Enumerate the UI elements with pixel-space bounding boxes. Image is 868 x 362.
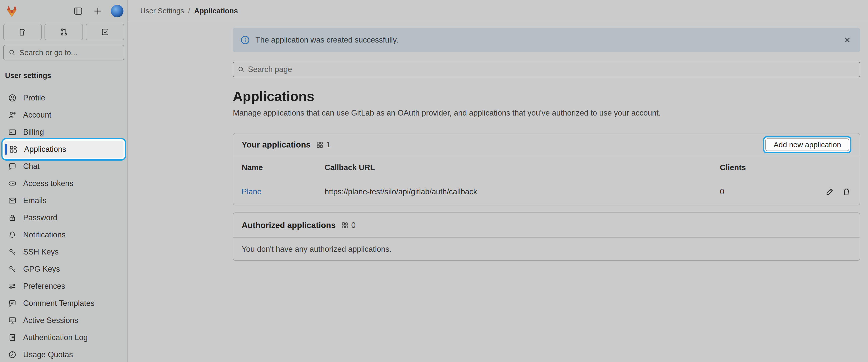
application-row: Plane https://plane-test/silo/api/gitlab… (234, 179, 860, 205)
close-icon[interactable] (842, 35, 852, 45)
applications-grid-icon (9, 145, 18, 154)
authorized-applications-count: 0 (351, 221, 355, 230)
bell-icon (8, 230, 17, 239)
merge-request-icon[interactable] (44, 24, 83, 40)
content: The application was created successfully… (128, 28, 868, 261)
sidebar-item-access-tokens[interactable]: Access tokens (0, 175, 127, 192)
main-area: User Settings / Applications The applica… (128, 0, 868, 362)
information-circle-icon (240, 35, 250, 45)
sidebar-item-billing[interactable]: Billing (0, 123, 127, 141)
search-icon (237, 66, 245, 73)
column-header-name: Name (242, 163, 324, 172)
application-callback-url: https://plane-test/silo/api/gitlab/auth/… (324, 187, 720, 196)
authorized-applications-card: Authorized applications 0 You don't have… (233, 213, 860, 261)
log-list-icon (8, 333, 17, 342)
row-actions (804, 187, 851, 197)
trash-icon[interactable] (841, 187, 851, 197)
sidebar-item-password[interactable]: Password (0, 209, 127, 226)
authorized-applications-header: Authorized applications 0 (234, 213, 860, 238)
sidebar-shortcuts (0, 22, 127, 40)
issues-icon[interactable] (3, 24, 42, 40)
page-search-input[interactable] (248, 65, 856, 74)
page-title: Applications (233, 88, 860, 105)
sidebar-item-ssh-keys[interactable]: SSH Keys (0, 244, 127, 260)
sidebar-item-comment-templates[interactable]: Comment Templates (0, 295, 127, 312)
sidebar-item-usage-quotas[interactable]: Usage Quotas (0, 346, 127, 362)
your-applications-header: Your applications 1 Add new application (234, 133, 860, 156)
authorized-applications-empty: You don't have any authorized applicatio… (234, 238, 860, 260)
sidebar-item-notifications[interactable]: Notifications (0, 226, 127, 244)
authorized-applications-title: Authorized applications (242, 221, 336, 230)
gitlab-logo-icon[interactable] (4, 4, 19, 18)
sidebar-item-gpg-keys[interactable]: GPG Keys (0, 260, 127, 278)
todo-icon[interactable] (86, 24, 124, 40)
lock-icon (8, 214, 17, 222)
global-search[interactable] (3, 45, 124, 60)
sidebar-item-profile[interactable]: Profile (0, 89, 127, 107)
alert-message: The application was created successfully… (255, 35, 837, 45)
account-icon (8, 111, 17, 119)
success-alert: The application was created successfully… (233, 28, 860, 52)
application-name-link[interactable]: Plane (242, 187, 324, 196)
comment-lines-icon (8, 299, 17, 308)
breadcrumb-user-settings[interactable]: User Settings (140, 7, 184, 15)
applications-grid-icon (316, 141, 323, 148)
sliders-icon (8, 282, 17, 290)
your-applications-card: Your applications 1 Add new application … (233, 133, 860, 205)
sidebar-topbar (0, 0, 127, 22)
your-applications-title: Your applications (242, 140, 311, 149)
column-header-clients: Clients (720, 163, 804, 172)
search-icon (8, 49, 16, 56)
sidebar-nav: Profile Account Billing (0, 89, 127, 362)
plus-icon[interactable] (91, 4, 104, 18)
key-icon (8, 265, 17, 273)
token-pill-icon (8, 179, 17, 188)
active-indicator (5, 144, 7, 155)
sidebar-item-chat[interactable]: Chat (0, 158, 127, 175)
envelope-icon (8, 196, 17, 205)
super-sidebar: User settings Profile Account (0, 0, 128, 362)
global-search-input[interactable] (19, 48, 119, 57)
sidebar-toggle-icon[interactable] (72, 4, 85, 18)
pencil-icon[interactable] (825, 187, 835, 197)
gauge-icon (8, 351, 17, 359)
applications-table-header: Name Callback URL Clients (234, 156, 860, 179)
sidebar-item-authentication-log[interactable]: Authentication Log (0, 329, 127, 346)
chat-bubble-icon (8, 162, 17, 171)
breadcrumb-current: Applications (194, 7, 238, 15)
sidebar-item-account[interactable]: Account (0, 107, 127, 123)
sidebar-item-applications[interactable]: Applications (4, 141, 123, 158)
sidebar-section-title: User settings (5, 72, 127, 80)
breadcrumb: User Settings / Applications (128, 0, 868, 22)
breadcrumb-separator: / (188, 7, 190, 15)
focus-ring: Add new application (763, 136, 851, 153)
key-icon (8, 248, 17, 256)
application-clients-count: 0 (720, 187, 804, 196)
your-applications-count: 1 (326, 140, 331, 149)
page-search[interactable] (233, 62, 860, 77)
monitor-icon (8, 316, 17, 325)
credit-card-icon (8, 128, 17, 136)
user-avatar[interactable] (111, 5, 123, 17)
page-description: Manage applications that can use GitLab … (233, 108, 860, 118)
profile-icon (8, 94, 17, 102)
applications-grid-icon (341, 222, 349, 229)
sidebar-item-active-sessions[interactable]: Active Sessions (0, 312, 127, 329)
column-header-callback-url: Callback URL (324, 163, 720, 172)
sidebar-item-preferences[interactable]: Preferences (0, 278, 127, 295)
add-new-application-button[interactable]: Add new application (766, 138, 849, 151)
sidebar-item-emails[interactable]: Emails (0, 192, 127, 209)
